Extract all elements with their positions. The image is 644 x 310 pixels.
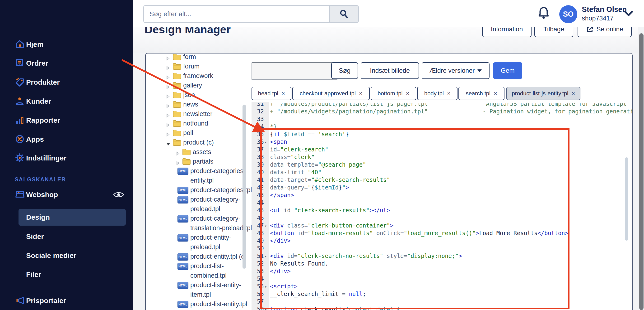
expand-icon[interactable] xyxy=(166,55,170,62)
code-line: 51▾<div id="clerk-search-no-results" sty… xyxy=(252,252,632,260)
sidebar-item-label: Sider xyxy=(26,232,44,241)
tree-scrollbar[interactable] xyxy=(242,105,246,269)
sidebar-item-kunder[interactable]: Kunder xyxy=(0,96,133,106)
tree-file[interactable]: HTML product-entity- xyxy=(146,233,248,242)
expand-icon[interactable] xyxy=(166,83,170,91)
tree-file-label-cont: preload.tpl xyxy=(190,204,220,214)
fold-icon[interactable]: ▾ xyxy=(264,138,269,146)
save-button[interactable]: Gem xyxy=(493,62,522,79)
close-icon[interactable]: × xyxy=(359,90,362,97)
editor-scrollbar[interactable] xyxy=(625,157,628,241)
close-icon[interactable]: × xyxy=(494,90,497,97)
file-tab-product-list-js-entity.tpl[interactable]: product-list-js-entity.tpl × xyxy=(506,87,580,100)
tree-folder-label: assets xyxy=(193,147,211,157)
tree-folder[interactable]: notfound xyxy=(146,119,248,128)
sidebar-item-sider[interactable]: Sider xyxy=(0,232,133,241)
insert-image-button-label: Indsæt billede xyxy=(370,67,410,74)
code-line: 39data-template="@search-page" xyxy=(252,161,632,169)
tree-folder[interactable]: framework xyxy=(146,71,248,81)
tree-file[interactable]: entity.tpl xyxy=(146,176,248,185)
expand-icon[interactable] xyxy=(176,160,180,167)
tree-folder[interactable]: poll xyxy=(146,128,248,138)
expand-icon[interactable] xyxy=(166,93,170,100)
expand-icon[interactable] xyxy=(176,150,180,157)
products-icon xyxy=(15,78,25,87)
expand-icon[interactable] xyxy=(166,102,170,110)
tree-folder[interactable]: newsletter xyxy=(146,109,248,119)
sidebar-item-sociale-medier[interactable]: Sociale medier xyxy=(0,251,133,260)
tree-file[interactable]: item.tpl xyxy=(146,290,248,299)
sidebar-item-label: Webshop xyxy=(26,190,58,200)
sidebar-item-hjem[interactable]: Hjem xyxy=(0,40,133,49)
global-search-input[interactable] xyxy=(144,6,329,22)
tree-file[interactable]: translation-preload.tpl xyxy=(146,223,248,233)
tree-file[interactable]: HTML product-categories- xyxy=(146,166,248,176)
tree-folder[interactable]: forum xyxy=(146,62,248,71)
close-icon[interactable]: × xyxy=(406,90,409,97)
line-number: 44 xyxy=(252,199,264,207)
fold-icon[interactable]: ▾ xyxy=(264,253,269,260)
code-line: 52No Results Found. xyxy=(252,260,632,267)
tree-folder[interactable]: assets xyxy=(146,147,248,157)
tree-folder[interactable]: partials xyxy=(146,157,248,166)
expand-icon[interactable] xyxy=(166,64,170,72)
tree-file[interactable]: combined.tpl xyxy=(146,271,248,280)
tree-file[interactable]: HTML product-entity.tpl (c) xyxy=(146,252,248,261)
fold-icon[interactable]: ▾ xyxy=(264,283,269,291)
close-icon[interactable]: × xyxy=(447,90,450,97)
editor-search-input[interactable] xyxy=(252,62,338,80)
avatar[interactable]: SO xyxy=(559,5,577,23)
browser-scrollbar[interactable] xyxy=(639,33,644,310)
file-tab-head.tpl[interactable]: head.tpl × xyxy=(252,87,292,100)
tree-folder[interactable]: form xyxy=(146,53,248,62)
sidebar-item-indstillinger[interactable]: Indstillinger xyxy=(0,153,133,163)
tree-file[interactable]: HTML product-list- xyxy=(146,261,248,271)
fold-icon[interactable]: ▾ xyxy=(264,306,269,310)
sidebar-item-label: Hjem xyxy=(26,40,44,49)
tree-file[interactable]: HTML product-list-entity- xyxy=(146,280,248,290)
expand-icon[interactable] xyxy=(166,112,170,119)
chevron-down-icon[interactable] xyxy=(624,11,634,18)
sidebar-item-prisportaler[interactable]: Prisportaler xyxy=(0,296,133,305)
expand-icon[interactable] xyxy=(166,131,170,138)
close-icon[interactable]: × xyxy=(572,90,575,97)
global-search-button[interactable] xyxy=(329,6,358,22)
notifications-bell-icon[interactable] xyxy=(538,6,550,21)
tree-file[interactable]: preload.tpl xyxy=(146,204,248,214)
line-number: 34 xyxy=(252,123,264,130)
sidebar-item-produkter[interactable]: Produkter xyxy=(0,78,133,87)
sidebar-item-ordrer[interactable]: Ordrer xyxy=(0,59,133,68)
insert-image-button[interactable]: Indsæt billede xyxy=(361,62,419,79)
editor-search-button[interactable]: Søg xyxy=(331,62,358,79)
fold-icon[interactable]: ▾ xyxy=(264,222,269,230)
sidebar-item-apps[interactable]: Apps xyxy=(0,134,133,144)
eye-icon[interactable] xyxy=(113,191,124,200)
file-tab-checkout-approved.tpl[interactable]: checkout-approved.tpl × xyxy=(292,87,370,100)
close-icon[interactable]: × xyxy=(282,90,285,97)
file-tab-label: search.tpl xyxy=(466,90,490,97)
folder-icon xyxy=(173,120,181,129)
top-header: SO Stefan Olsen shop73417 xyxy=(133,0,644,27)
tree-folder[interactable]: json xyxy=(146,90,248,100)
tree-file[interactable]: HTML product-category- xyxy=(146,195,248,204)
tree-folder[interactable]: product (c) xyxy=(146,138,248,147)
expand-icon[interactable] xyxy=(166,74,170,81)
file-tab-search.tpl[interactable]: search.tpl × xyxy=(458,87,504,100)
tree-file[interactable]: HTML product-categories.tpl xyxy=(146,185,248,195)
sidebar-item-design[interactable]: Design xyxy=(0,213,133,222)
collapse-icon[interactable] xyxy=(166,140,170,148)
tree-folder[interactable]: gallery xyxy=(146,81,248,90)
tree-folder[interactable]: news xyxy=(146,100,248,109)
file-tab-body.tpl[interactable]: body.tpl × xyxy=(417,87,458,100)
line-number: 52 xyxy=(252,260,264,267)
expand-icon[interactable] xyxy=(166,121,170,129)
sidebar-item-rapporter[interactable]: Rapporter xyxy=(0,115,133,125)
tree-file[interactable]: HTML product-category- xyxy=(146,214,248,223)
tree-file[interactable]: HTML product-list-entity.tpl xyxy=(146,299,248,309)
older-versions-dropdown[interactable]: Ældre versioner xyxy=(422,62,490,79)
sidebar-item-filer[interactable]: Filer xyxy=(0,270,133,279)
code-line: 56__clerk_search_limit = null; xyxy=(252,290,632,298)
file-tab-bottom.tpl[interactable]: bottom.tpl × xyxy=(371,87,416,100)
tree-file[interactable]: preload.tpl xyxy=(146,242,248,252)
code-editor[interactable]: 31+ '/modules/product/partials/list-js-p… xyxy=(252,103,632,310)
